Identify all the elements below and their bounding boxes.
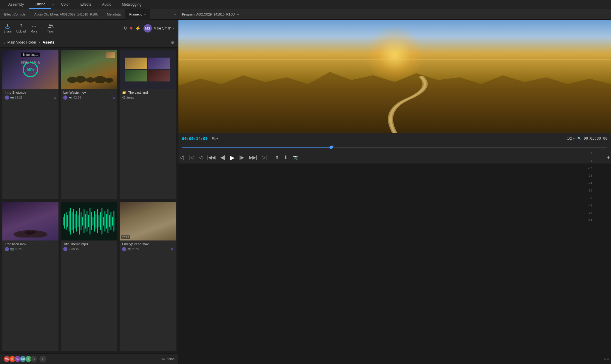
program-menu-icon[interactable]: ≡	[237, 13, 239, 16]
svg-point-14	[105, 78, 113, 83]
tab-expand-button[interactable]: »	[172, 13, 178, 16]
tab-effect-controls[interactable]: Effect Controls	[0, 9, 30, 20]
preview-scrubber[interactable]	[178, 144, 611, 151]
title-theme-thumbnail	[61, 202, 117, 240]
step-back-frame-button[interactable]: ◀|	[219, 153, 226, 161]
svg-rect-33	[88, 215, 89, 227]
playback-controls: ◁| |◁ ◁ |◀◀ ◀| ▶ |▶ ▶▶| ▷| ⬆ ⬇ 📷 +	[178, 151, 611, 164]
folder-icon: 📁	[122, 91, 126, 94]
media-item-vast-land[interactable]: 📁 The vast land 42 items	[120, 50, 176, 199]
share-icon	[4, 23, 10, 29]
transition-avatar	[5, 247, 9, 251]
toolbar-separator	[42, 23, 42, 34]
tab-audio-clip-mixer[interactable]: Audio Clip Mixer: A001C029_141010_R10U	[30, 9, 103, 20]
svg-rect-22	[72, 212, 72, 230]
nav-editing[interactable]: Editing	[29, 0, 51, 9]
media-item-intro[interactable]: Importing... 915kb / 2.5mb 95% Intro Sho…	[2, 50, 58, 199]
lay-waste-info: Lay Waste.mov 📷 03:24 ⊞	[61, 89, 117, 102]
skip-to-end-button[interactable]: ▶▶|	[248, 153, 258, 161]
svg-rect-24	[75, 214, 75, 229]
svg-rect-25	[76, 211, 77, 232]
scrubber-track[interactable]	[182, 147, 607, 148]
media-item-lay-waste[interactable]: Lay Waste.mov 📷 03:24 ⊞	[61, 50, 117, 199]
user-menu[interactable]: MS Mike Smith ▾	[144, 24, 175, 33]
nav-audio[interactable]: Audio	[97, 0, 117, 9]
export-frame-button[interactable]: 📷	[291, 153, 300, 161]
svg-point-13	[94, 76, 106, 83]
lay-waste-cam-icon: 📷	[69, 96, 72, 99]
title-theme-music-icon: ♪	[69, 248, 70, 251]
more-icon	[31, 23, 37, 29]
step-back-button[interactable]: ◁	[198, 153, 203, 161]
nav-color[interactable]: Color	[56, 0, 75, 9]
zoom-fit-icon[interactable]: 🔍	[577, 137, 581, 141]
bolt-button[interactable]: ⚡	[135, 25, 141, 31]
svg-rect-30	[84, 209, 84, 233]
svg-rect-31	[85, 214, 86, 229]
right-panel: Program: A001C029_141010_R10U ≡	[178, 9, 611, 364]
preview-controls-bar: 00:00:14:09 Fit ▾ 1/2 ▾ 🔍 00:03:00:00	[178, 133, 611, 144]
fit-dropdown[interactable]: Fit ▾	[212, 137, 218, 141]
media-item-transition[interactable]: Transition.mov 📷 00:29	[2, 202, 58, 351]
transition-thumbnail	[2, 202, 58, 240]
folder-dropdown-icon[interactable]: ▾	[39, 41, 40, 44]
skip-to-start-button[interactable]: |◀◀	[206, 153, 217, 161]
title-theme-avatar	[63, 247, 67, 251]
video-frame	[178, 20, 611, 133]
refresh-button[interactable]: ↻	[124, 25, 127, 31]
video-preview	[178, 20, 611, 133]
tab-metadata[interactable]: Metadata	[103, 9, 125, 20]
title-theme-meta: ♪ 06:15	[63, 247, 115, 251]
add-button[interactable]: +	[606, 154, 611, 161]
ending-info: EndingScene.mov 📷 23:22 ⊞	[120, 240, 176, 254]
step-fwd-frame-button[interactable]: |▶	[238, 153, 245, 161]
svg-rect-47	[109, 215, 110, 227]
team-button[interactable]: Team	[47, 23, 54, 33]
assets-settings-icon[interactable]: ⚙	[171, 40, 175, 45]
intro-info: Intro Shot.mov 📷 15:38 ⊞	[2, 89, 58, 102]
tab-frameio[interactable]: Frame.io ≡	[125, 9, 150, 20]
media-item-title-theme[interactable]: Title Theme.mp3 ♪ 06:15	[61, 202, 117, 351]
upload-button[interactable]: Upload	[16, 23, 26, 33]
svg-rect-20	[69, 211, 70, 232]
ending-name: EndingScene.mov	[122, 242, 173, 246]
svg-rect-49	[112, 217, 113, 226]
avatar-overflow: +5	[30, 356, 37, 362]
audio-waveform	[61, 202, 117, 240]
share-button[interactable]: Share	[4, 23, 12, 33]
svg-rect-41	[100, 212, 101, 230]
svg-rect-46	[108, 209, 109, 233]
nav-assembly[interactable]: Assembly	[3, 0, 29, 9]
frameio-tab-close[interactable]: ≡	[144, 13, 146, 16]
breadcrumb-back-button[interactable]: ‹	[4, 40, 5, 45]
nav-effects[interactable]: Effects	[75, 0, 96, 9]
items-count: 147 Items	[160, 357, 175, 361]
vast-land-info: 📁 The vast land 42 items	[120, 89, 176, 102]
fit-chevron-icon: ▾	[216, 137, 218, 141]
extract-button[interactable]: ⬇	[283, 153, 289, 161]
vast-land-thumbnail	[120, 50, 176, 89]
svg-rect-27	[79, 208, 80, 235]
svg-point-6	[51, 25, 53, 26]
play-button[interactable]: ▶	[229, 153, 236, 162]
collaborators-avatars: MK K AB CD Z +5	[4, 356, 37, 362]
transition-name: Transition.mov	[5, 242, 56, 246]
more-button[interactable]: More	[30, 23, 37, 33]
heart-button[interactable]: ♥	[130, 26, 133, 31]
svg-rect-18	[66, 212, 67, 230]
user-avatar: MS	[144, 24, 152, 33]
top-tab-bar: Effect Controls Audio Clip Mixer: A001C0…	[0, 9, 178, 20]
title-theme-name: Title Theme.mp3	[63, 242, 115, 246]
transition-meta: 📷 00:29	[5, 247, 56, 251]
add-collaborator-button[interactable]: +	[39, 356, 46, 362]
page-dropdown-icon[interactable]: ▾	[573, 137, 575, 141]
mark-in-button[interactable]: ◁|	[178, 153, 186, 161]
media-item-ending[interactable]: 23:22 EndingScene.mov 📷 23:22 ⊞	[120, 202, 176, 351]
lift-button[interactable]: ⬆	[274, 153, 280, 161]
playhead-marker	[331, 146, 334, 148]
next-edit-button[interactable]: ▷|	[261, 153, 268, 161]
prev-edit-button[interactable]: |◁	[188, 153, 195, 161]
nav-metalogging[interactable]: Metalogging	[117, 0, 147, 9]
svg-rect-45	[106, 214, 107, 229]
editing-menu-icon[interactable]: ≡	[51, 2, 56, 7]
